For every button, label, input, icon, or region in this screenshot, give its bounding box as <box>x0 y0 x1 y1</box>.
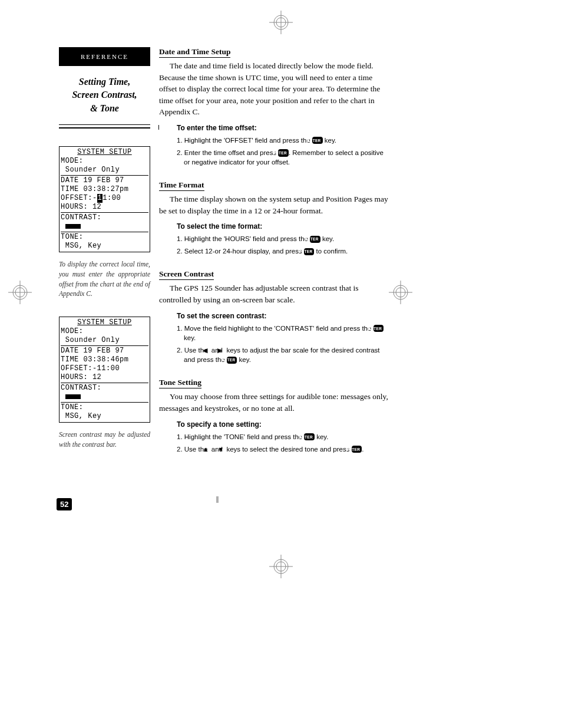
enter-key-icon: ENTER <box>227 357 237 364</box>
lcd2-date: DATE 19 FEB 97 <box>61 347 148 355</box>
lcd2-contrast-bar <box>61 393 148 401</box>
body-time-format: The time display shown on the system set… <box>159 193 391 216</box>
step-contrast-2: 2. Use the ◀ and ▶ keys to adjust the ba… <box>184 345 391 365</box>
step-contrast-1: 1. Move the field highlight to the 'CONT… <box>184 324 391 342</box>
enter-key-icon: ENTER <box>312 137 323 144</box>
step-time-1: 1. Highlight the 'HOURS' field and press… <box>184 234 391 243</box>
enter-key-icon: ENTER <box>310 236 320 243</box>
lcd2-tone-value: MSG, Key <box>61 412 148 421</box>
enter-key-icon: ENTER <box>278 149 289 156</box>
lcd1-time: TIME 03:38:27pm <box>61 185 148 194</box>
body-date-time: The date and time field is located direc… <box>159 60 391 118</box>
heading-date-time: Date and Time Setup <box>159 47 230 58</box>
heading-tone: Tone Setting <box>159 378 201 388</box>
subhead-contrast: To set the screen contrast: <box>177 312 391 320</box>
title-line-1: Setting Time, <box>79 77 130 87</box>
lcd1-tone-value: MSG, Key <box>61 242 148 251</box>
lcd1-contrast-label: CONTRAST: <box>61 213 148 222</box>
lcd1-title: SYSTEM SETUP <box>61 148 148 157</box>
step-tone-1: 1. Highlight the 'TONE' field and press … <box>184 432 391 442</box>
lcd1-offset: OFFSET:-11:00 <box>61 194 148 203</box>
lcd2-title: SYSTEM SETUP <box>61 318 148 327</box>
enter-key-icon: ENTER <box>304 433 315 440</box>
section-title: Setting Time, Screen Contrast, & Tone <box>59 66 150 125</box>
page-marker <box>216 496 219 503</box>
caption-2: Screen contrast may be adjusted with the… <box>59 430 150 449</box>
lcd2-mode-value: Sounder Only <box>61 336 148 345</box>
enter-key-icon: ENTER <box>352 446 362 453</box>
body-tone: You may choose from three settings for a… <box>159 391 391 414</box>
subhead-time-format: To select the time format: <box>177 222 391 230</box>
step-time-2: 2. Select 12-or 24-hour display, and pre… <box>184 246 391 256</box>
title-line-3: & Tone <box>90 103 119 113</box>
enter-key-icon: ENTER <box>373 325 384 332</box>
reg-mark-left <box>8 281 32 304</box>
lcd2-hours: HOURS: 12 <box>61 373 148 382</box>
lcd1-tone-label: TONE: <box>61 233 148 242</box>
lcd-screenshot-1: SYSTEM SETUP MODE: Sounder Only DATE 19 … <box>59 146 150 252</box>
lcd1-mode-label: MODE: <box>61 157 148 166</box>
step-offset-1: 1. Highlight the 'OFFSET' field and pres… <box>184 136 391 145</box>
lcd2-mode-label: MODE: <box>61 327 148 336</box>
lcd1-hours: HOURS: 12 <box>61 203 148 212</box>
lcd1-mode-value: Sounder Only <box>61 166 148 174</box>
subhead-tone: To specify a tone setting: <box>177 420 391 429</box>
step-tone-2: 2. Use the ▲ and ▼ keys to select the de… <box>184 444 391 454</box>
lcd1-contrast-bar <box>61 222 148 231</box>
lcd2-offset: OFFSET:-11:00 <box>61 364 148 373</box>
lcd2-time: TIME 03:38:46pm <box>61 355 148 364</box>
reference-header: REFERENCE <box>59 47 150 66</box>
heading-contrast: Screen Contrast <box>159 269 214 280</box>
page-number: 52 <box>57 498 72 510</box>
heading-time-format: Time Format <box>159 180 204 191</box>
lcd1-date: DATE 19 FEB 97 <box>61 176 148 185</box>
reg-mark-bottom <box>269 555 293 578</box>
subhead-offset: To enter the time offset: <box>177 124 391 132</box>
lcd2-tone-label: TONE: <box>61 403 148 412</box>
caption-1: To display the correct local time, you m… <box>59 259 150 299</box>
lcd-screenshot-2: SYSTEM SETUP MODE: Sounder Only DATE 19 … <box>59 317 150 423</box>
lcd2-contrast-label: CONTRAST: <box>61 384 148 393</box>
body-contrast: The GPS 125 Sounder has adjustable scree… <box>159 282 391 305</box>
reg-mark-right <box>389 281 412 304</box>
title-line-2: Screen Contrast, <box>72 90 137 100</box>
step-offset-2: 2. Enter the time offset and press ENTER… <box>184 148 391 167</box>
reg-mark-top <box>269 11 293 34</box>
enter-key-icon: ENTER <box>304 248 315 255</box>
